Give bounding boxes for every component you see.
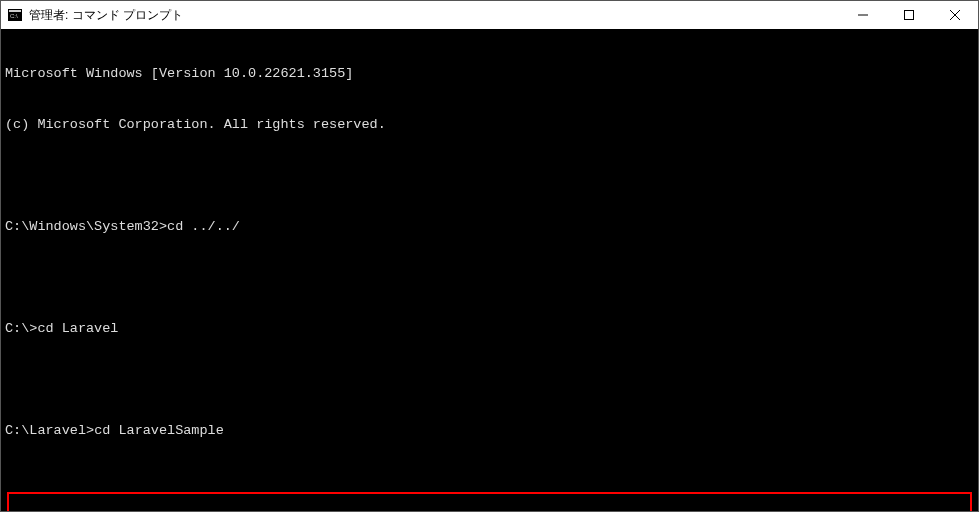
command-text: cd ../../: [167, 219, 240, 234]
terminal-output[interactable]: Microsoft Windows [Version 10.0.22621.31…: [1, 29, 978, 512]
minimize-button[interactable]: [840, 1, 886, 29]
command-text: cd Laravel: [37, 321, 118, 336]
prompt-line: C:\>cd Laravel: [5, 320, 974, 337]
command-text: cd LaravelSample: [94, 423, 224, 438]
copyright-line: (c) Microsoft Corporation. All rights re…: [5, 116, 974, 133]
prompt-path: C:\Windows\System32>: [5, 219, 167, 234]
svg-text:C:\: C:\: [10, 13, 18, 19]
blank-line: [5, 371, 974, 388]
prompt-line: C:\Windows\System32>cd ../../: [5, 218, 974, 235]
svg-rect-1: [9, 10, 21, 12]
svg-rect-4: [905, 11, 914, 20]
blank-line: [5, 269, 974, 286]
test-output-highlight: C:\Laravel\LaravelSample>php artisan tes…: [7, 492, 972, 512]
maximize-button[interactable]: [886, 1, 932, 29]
prompt-line: C:\Laravel>cd LaravelSample: [5, 422, 974, 439]
prompt-path: C:\Laravel>: [5, 423, 94, 438]
close-button[interactable]: [932, 1, 978, 29]
window-title: 管理者: コマンド プロンプト: [29, 7, 840, 24]
cmd-icon: C:\: [7, 7, 23, 23]
blank-line: [5, 167, 974, 184]
prompt-path: C:\>: [5, 321, 37, 336]
version-line: Microsoft Windows [Version 10.0.22621.31…: [5, 65, 974, 82]
window-titlebar: C:\ 管理者: コマンド プロンプト: [1, 1, 978, 29]
